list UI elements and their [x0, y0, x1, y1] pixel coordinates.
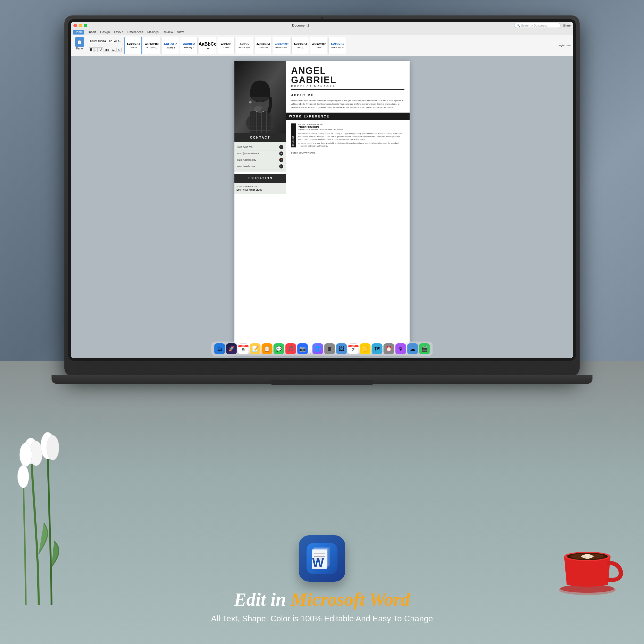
style-strong[interactable]: AaBbCcDd Strong: [291, 37, 309, 54]
maximize-button[interactable]: [84, 24, 87, 27]
word-app-icon[interactable]: W: [299, 535, 345, 582]
style-intense-emph-preview: AaBbCcDd: [275, 43, 288, 46]
close-button[interactable]: [73, 24, 77, 27]
education-major: Enter Your Major Study: [236, 189, 284, 191]
title-bar: Document1 🔍 Search in Document Share: [71, 22, 573, 29]
work-company-1: ENTER COMPANY NAME: [298, 123, 404, 126]
resume-name: ANGEL GABRIEL: [291, 66, 404, 85]
style-quote-preview: AaBbCcDd: [312, 43, 325, 46]
work-heading-text: WORK EXPERENCE: [289, 115, 329, 118]
dock-clock[interactable]: ⏰: [384, 343, 394, 354]
style-normal[interactable]: AaBbCcDd Normal: [124, 37, 142, 54]
dock-stickies[interactable]: 🟡: [360, 343, 371, 354]
style-subtitle-preview: AaBbCc: [221, 43, 231, 46]
style-h2[interactable]: AaBbCc Heading 2: [180, 37, 198, 54]
style-intense-quote[interactable]: AaBbCcDd Intense Quote: [328, 37, 346, 54]
dock-notes[interactable]: 📝: [250, 343, 261, 354]
dock-music[interactable]: 🎵: [285, 343, 296, 354]
subscript-button[interactable]: X₂: [111, 48, 116, 52]
dock-podcasts[interactable]: 🎙: [395, 343, 406, 354]
ribbon: 📋 Paste Calibri (Body) 12 A↑ A↓ B I: [71, 35, 573, 56]
dock-reminders[interactable]: 📋: [262, 343, 273, 354]
menu-review[interactable]: Review: [163, 30, 173, 34]
menu-design[interactable]: Design: [100, 30, 110, 34]
menu-layout[interactable]: Layout: [114, 30, 123, 34]
style-intense-quote-label: Intense Quote: [331, 46, 344, 48]
svg-point-29: [249, 101, 251, 103]
work-bullet-1-1: Lorem Ipsum is simply dummy text of the …: [298, 142, 404, 148]
edit-subtitle: All Text, Shape, Color is 100% Editable …: [142, 614, 502, 623]
menu-references[interactable]: References: [127, 30, 143, 34]
resume-photo: [234, 61, 286, 133]
dock-photos[interactable]: 🖼: [336, 343, 347, 354]
menu-mailings[interactable]: Mailings: [147, 30, 159, 34]
superscript-button[interactable]: X²: [116, 48, 122, 52]
style-nospacing-label: No Spacing: [147, 46, 157, 48]
style-emphasis-preview: AaBbCcDd: [256, 43, 270, 46]
increase-font-button[interactable]: A↑: [114, 40, 117, 43]
work-company-2: ENTER COMPANY NAME: [291, 152, 404, 154]
dock-messages[interactable]: 💬: [274, 343, 284, 354]
italic-button[interactable]: I: [94, 47, 98, 52]
dock-facetime[interactable]: 📷: [297, 343, 308, 354]
bold-button[interactable]: B: [89, 47, 94, 52]
menu-insert[interactable]: Insert: [88, 30, 96, 34]
style-title[interactable]: AaBbCc Title: [199, 37, 216, 54]
contact-header: CONTACT: [234, 133, 286, 142]
window-controls[interactable]: [73, 24, 87, 27]
style-intense-quote-preview: AaBbCcDd: [331, 43, 344, 46]
resume-first-name: ANGEL: [291, 66, 404, 75]
font-name-dropdown[interactable]: Calibri (Body): [89, 39, 107, 43]
dock: 🗂 🚀 SEP 9 📝 📋 💬 🎵 📷 🌐 🗑 🖼: [211, 342, 433, 356]
style-h1[interactable]: AaBbCc Heading 1: [162, 37, 179, 54]
font-row-2: B I U abc X₂ X²: [89, 46, 122, 54]
paste-icon[interactable]: 📋: [75, 37, 84, 47]
style-emphasis[interactable]: AaBbCcDd Emphasis: [254, 37, 272, 54]
styles-pane-button[interactable]: Styles Pane: [558, 36, 572, 55]
dock-icloud[interactable]: ☁: [407, 343, 418, 354]
search-box[interactable]: 🔍 Search in Document: [514, 23, 561, 28]
style-subtle-emph[interactable]: AaBbCc Subtle Emph...: [236, 37, 253, 54]
strikethrough-button[interactable]: abc: [104, 48, 110, 52]
dock-trash[interactable]: 🗑: [324, 343, 335, 354]
style-subtitle[interactable]: AaBbCc Subtitle: [217, 37, 235, 54]
work-date-1: 2010-2012: [291, 123, 296, 147]
style-normal-preview: AaBbCcDd: [126, 43, 140, 46]
menu-bar: Home Insert Design Layout References Mai…: [71, 29, 573, 35]
style-nospacing[interactable]: AaBbCcDd No Spacing: [143, 37, 160, 54]
minimize-button[interactable]: [79, 24, 82, 27]
menu-view[interactable]: View: [177, 30, 184, 34]
work-entry-1: 2010-2012 ENTER COMPANY NAME YOUR POSITI…: [291, 123, 404, 147]
resume-left-column: CONTACT +012 3456 789 📞 email@example.co…: [234, 61, 286, 353]
style-title-label: Title: [206, 47, 209, 50]
coffee-decoration: [551, 515, 623, 598]
dock-finder[interactable]: 🗂: [214, 343, 225, 354]
word-application: Document1 🔍 Search in Document Share Hom…: [71, 22, 573, 358]
underline-button[interactable]: U: [98, 47, 103, 52]
contact-phone-value: +012 3456 789: [237, 146, 252, 148]
document-area: CONTACT +012 3456 789 📞 email@example.co…: [71, 56, 573, 358]
dock-safari[interactable]: 🌐: [312, 343, 323, 354]
share-button[interactable]: Share: [563, 24, 571, 27]
dock-facetime-2[interactable]: 🎬: [419, 343, 430, 354]
contact-address-value: State Address,City: [237, 159, 256, 161]
svg-rect-9: [250, 111, 270, 133]
email-icon: ✉: [279, 151, 283, 156]
dock-separator-1: [310, 344, 310, 354]
about-heading: ABOUT ME: [291, 94, 404, 97]
dock-calendar[interactable]: SEP 9: [238, 343, 249, 354]
style-intense-emph[interactable]: AaBbCcDd Intense Emp...: [273, 37, 290, 54]
work-desc-1: Lorem Ipsum is simply dummy text of the …: [298, 132, 404, 141]
menu-home[interactable]: Home: [73, 30, 84, 35]
paste-area: 📋 Paste: [72, 36, 87, 55]
dock-calendar-2[interactable]: SEP 2: [348, 343, 359, 354]
paste-label[interactable]: Paste: [76, 47, 83, 50]
dock-maps[interactable]: 🗺: [372, 343, 383, 354]
laptop-outer: Document1 🔍 Search in Document Share Hom…: [64, 15, 580, 376]
font-row-1: Calibri (Body) 12 A↑ A↓: [89, 37, 122, 46]
education-year: 2015-2016 GPA 7.5: [236, 185, 284, 188]
dock-launchpad[interactable]: 🚀: [226, 343, 237, 354]
decrease-font-button[interactable]: A↓: [118, 40, 121, 43]
font-size-dropdown[interactable]: 12: [108, 39, 114, 43]
style-quote[interactable]: AaBbCcDd Quote: [310, 37, 327, 54]
